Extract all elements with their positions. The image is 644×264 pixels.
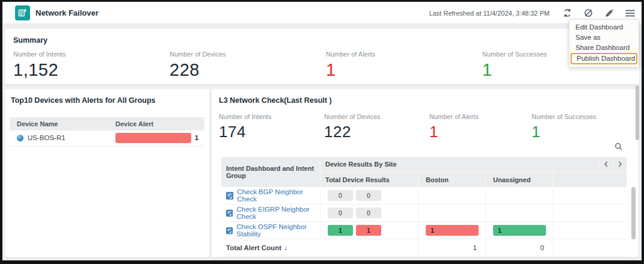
total-alert-count-label: Total Alert Count [226, 244, 281, 251]
menu-item-publish-dashboard[interactable]: Publish Dashboard [571, 53, 637, 64]
intent-icon [226, 192, 233, 200]
device-alert-bar[interactable] [115, 133, 191, 143]
page-title: Network Failover [35, 8, 99, 17]
boston-alert-bar[interactable]: 1 [426, 225, 479, 236]
menu-item-edit-dashboard[interactable]: Edit Dashboard [569, 22, 639, 32]
intent-link-ospf[interactable]: Check OSPF Neighbor Stability [236, 223, 320, 238]
unassigned-success-bar[interactable]: 1 [493, 225, 546, 236]
cell-unassigned [486, 187, 553, 204]
column-intent-group: Intent Dashboard and Intent Group [221, 157, 320, 187]
intent-icon [226, 209, 233, 217]
cell-empty [553, 239, 627, 256]
column-total-device-results: Total Device Results [320, 172, 419, 187]
table-row-ospf: Check OSPF Neighbor Stability 1 1 1 1 [221, 222, 627, 239]
column-device-alert: Device Alert [115, 120, 153, 127]
stat-number-of-successes: Number of Successes 1 [482, 51, 547, 80]
l3-network-check-panel: L3 Network Check(Last Result ) Number of… [212, 89, 639, 257]
table-scrollbar[interactable] [631, 187, 636, 239]
cell-empty [553, 204, 627, 221]
device-alert-count: 1 [195, 134, 198, 141]
page-scrollbar[interactable] [636, 85, 639, 140]
stat-number-of-devices: Number of Devices 228 [170, 51, 326, 80]
menu-item-save-as[interactable]: Save as [569, 32, 639, 43]
dashboard-actions-menu: Edit Dashboard Save as Share Dashboard P… [569, 19, 639, 67]
top-devices-table-header: Device Name Device Alert [10, 117, 204, 130]
hide-widgets-icon[interactable] [583, 8, 593, 19]
result-pill: 0 [356, 190, 381, 201]
device-name: US-BOS-R1 [28, 134, 66, 141]
menu-icon[interactable] [625, 8, 636, 19]
stat-number-of-intents: Number of Intents 1,152 [13, 51, 170, 80]
brand: Network Failover [15, 2, 99, 24]
column-device-name: Device Name [10, 120, 115, 127]
stat-number-of-alerts: Number of Alerts 1 [326, 51, 482, 80]
summary-title: Summary [13, 36, 48, 45]
summary-card: Summary Number of Intents 1,152 Number o… [5, 29, 639, 84]
group-header-device-results-by-site: Device Results By Site [320, 161, 599, 168]
intent-icon [226, 227, 233, 235]
table-row[interactable]: US-BOS-R1 1 [10, 130, 204, 146]
cell-unassigned [486, 204, 553, 221]
cell-boston [419, 204, 486, 221]
search-icon[interactable] [614, 142, 623, 153]
column-boston: Boston [419, 172, 486, 187]
group-header-row: Device Results By Site [320, 157, 627, 172]
dashboard-screen: Network Failover Last Refreshed at 11/4/… [2, 2, 642, 260]
intent-link-bgp[interactable]: Check BGP Neighbor Check [237, 188, 320, 203]
footer-unassigned-total: 0 [486, 239, 553, 256]
table-row-eigrp: Check EIGRP Neighbor Check 0 0 [221, 204, 627, 222]
cell-empty [553, 187, 627, 204]
column-unassigned: Unassigned [486, 172, 553, 187]
success-pill: 1 [328, 225, 353, 236]
stat-number-of-alerts: Number of Alerts 1 [429, 113, 532, 141]
annotation-off-icon[interactable] [604, 8, 615, 19]
stat-number-of-successes: Number of Successes 1 [532, 113, 596, 141]
l3-stats: Number of Intents 174 Number of Devices … [219, 113, 596, 141]
result-pill: 0 [328, 190, 353, 201]
chevron-right-icon[interactable] [613, 157, 627, 172]
sort-desc-icon[interactable]: ↓ [284, 244, 287, 252]
last-refreshed-text: Last Refreshed at 11/4/2024, 3:48:32 PM [429, 10, 550, 17]
table-header: Intent Dashboard and Intent Group Device… [221, 157, 627, 187]
stat-number-of-intents: Number of Intents 174 [219, 113, 324, 141]
intent-link-eigrp[interactable]: Check EIGRP Neighbor Check [236, 206, 320, 220]
l3-results-table: Intent Dashboard and Intent Group Device… [221, 157, 627, 257]
result-pill: 0 [328, 207, 353, 218]
cell-empty [553, 222, 627, 239]
site-columns-row: Total Device Results Boston Unassigned [320, 172, 627, 187]
dashboard-logo-icon [15, 5, 30, 20]
stat-number-of-devices: Number of Devices 122 [324, 113, 429, 141]
refresh-icon[interactable] [562, 8, 572, 19]
alert-pill: 1 [356, 225, 381, 236]
summary-stats: Number of Intents 1,152 Number of Device… [13, 51, 547, 80]
cell-boston [419, 187, 486, 204]
top-devices-title: Top10 Devices with Alerts for All Groups [11, 96, 156, 105]
cell-unassigned: 1 [486, 222, 553, 239]
device-icon [17, 135, 23, 141]
chevron-left-icon[interactable] [599, 157, 613, 172]
cell-boston: 1 [419, 222, 486, 239]
menu-item-share-dashboard[interactable]: Share Dashboard [569, 43, 639, 53]
result-pill: 0 [356, 207, 381, 218]
top-devices-panel: Top10 Devices with Alerts for All Groups… [5, 89, 209, 257]
l3-panel-title: L3 Network Check(Last Result ) [219, 96, 332, 105]
table-footer-row: Total Alert Count ↓ 1 0 [221, 239, 627, 257]
table-row-bgp: Check BGP Neighbor Check 0 0 [221, 187, 627, 204]
top-bar: Network Failover Last Refreshed at 11/4/… [2, 2, 642, 24]
footer-boston-total: 1 [419, 239, 486, 256]
column-empty [553, 172, 627, 187]
